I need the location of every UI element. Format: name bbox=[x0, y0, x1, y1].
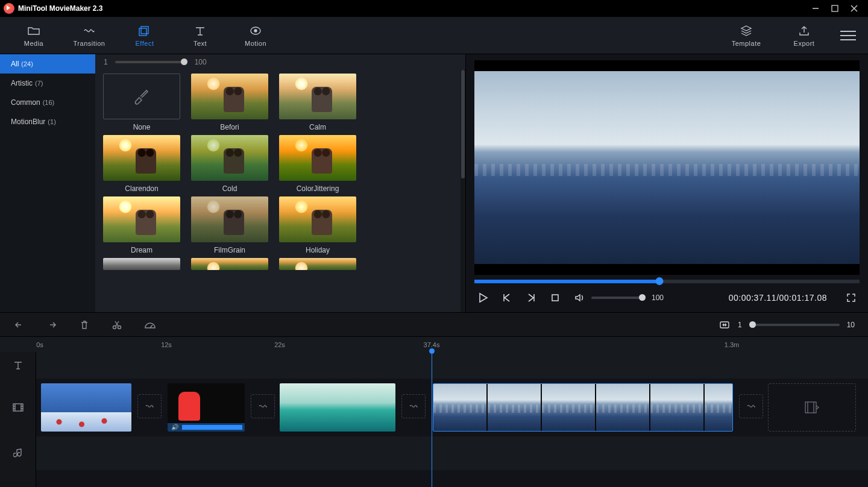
delete-button[interactable] bbox=[78, 319, 90, 331]
video-track-icon bbox=[0, 379, 36, 436]
text-track[interactable] bbox=[36, 352, 868, 379]
speaker-icon: 🔊 bbox=[171, 424, 178, 430]
video-clip-1[interactable] bbox=[41, 383, 131, 432]
effect-cold[interactable]: Cold bbox=[190, 135, 269, 193]
menu-button[interactable] bbox=[840, 31, 856, 40]
tab-transition[interactable]: Transition bbox=[68, 24, 111, 47]
audio-track-icon bbox=[0, 436, 36, 470]
fullscreen-button[interactable] bbox=[845, 292, 857, 304]
audio-track[interactable] bbox=[36, 436, 868, 470]
svg-point-10 bbox=[118, 325, 121, 328]
speed-button[interactable] bbox=[143, 319, 156, 331]
effect-row-partial[interactable] bbox=[278, 258, 357, 270]
svg-point-7 bbox=[254, 30, 257, 32]
library-scrollbar[interactable] bbox=[461, 70, 465, 312]
timeline-toolbar: 1 10 bbox=[0, 312, 868, 336]
effect-row-partial[interactable] bbox=[102, 258, 181, 270]
split-button[interactable] bbox=[111, 319, 123, 331]
redo-button[interactable] bbox=[46, 319, 58, 331]
zoom-max: 10 bbox=[847, 321, 855, 329]
svg-rect-1 bbox=[832, 5, 838, 11]
sidebar-item-artistic[interactable]: Artistic(7) bbox=[0, 74, 95, 93]
effect-none[interactable]: None bbox=[102, 74, 181, 131]
template-button[interactable]: Template bbox=[725, 24, 768, 47]
zoom-min: 1 bbox=[738, 321, 742, 329]
folder-icon bbox=[27, 24, 40, 37]
text-track-icon bbox=[0, 352, 36, 379]
effect-clarendon[interactable]: Clarendon bbox=[102, 135, 181, 193]
next-frame-button[interactable] bbox=[525, 292, 537, 304]
video-clip-4-selected[interactable] bbox=[433, 383, 733, 432]
playhead[interactable] bbox=[432, 352, 432, 487]
effect-befori[interactable]: Befori bbox=[190, 74, 269, 131]
transition-slot-1[interactable] bbox=[137, 394, 162, 418]
preview-viewport[interactable] bbox=[474, 60, 860, 275]
transition-slot-3[interactable] bbox=[401, 394, 426, 418]
thumbnail-size-slider[interactable]: 1 100 bbox=[95, 54, 465, 70]
fit-zoom-button[interactable] bbox=[719, 319, 731, 331]
timecode: 00:00:37.11/00:01:17.08 bbox=[729, 293, 827, 303]
motion-icon bbox=[249, 24, 262, 37]
video-clip-3[interactable] bbox=[280, 383, 395, 432]
transition-icon bbox=[83, 24, 96, 37]
close-button[interactable] bbox=[850, 4, 858, 13]
volume-icon[interactable] bbox=[573, 292, 585, 304]
effect-holiday[interactable]: Holiday bbox=[278, 196, 357, 254]
maximize-button[interactable] bbox=[831, 4, 839, 13]
zoom-slider[interactable] bbox=[749, 324, 840, 326]
effect-library: 1 100 None Befori Calm Clarendon Cold Co… bbox=[95, 54, 465, 312]
minimize-button[interactable] bbox=[811, 4, 820, 13]
effect-filmgrain[interactable]: FilmGrain bbox=[190, 196, 269, 254]
svg-point-9 bbox=[113, 325, 116, 328]
playback-progress[interactable] bbox=[474, 280, 860, 283]
preview-panel: 100 00:00:37.11/00:01:17.08 bbox=[465, 54, 868, 312]
sidebar-item-all[interactable]: All(24) bbox=[0, 54, 95, 74]
svg-rect-13 bbox=[805, 402, 816, 413]
video-clip-2[interactable]: 🔊 bbox=[168, 383, 245, 432]
brush-icon bbox=[103, 74, 180, 119]
tab-media[interactable]: Media bbox=[12, 24, 55, 47]
effect-calm[interactable]: Calm bbox=[278, 74, 357, 131]
svg-rect-4 bbox=[141, 27, 148, 34]
timeline: 🔊 bbox=[0, 352, 868, 487]
main-toolbar: Media Transition Effect Text Motion Temp… bbox=[0, 17, 868, 54]
category-sidebar: All(24) Artistic(7) Common(16) MotionBlu… bbox=[0, 54, 95, 312]
effect-icon bbox=[138, 24, 151, 37]
svg-rect-8 bbox=[552, 295, 558, 301]
app-logo-icon bbox=[4, 3, 14, 14]
sidebar-item-motionblur[interactable]: MotionBlur(1) bbox=[0, 112, 95, 131]
svg-rect-5 bbox=[139, 28, 146, 36]
tab-motion[interactable]: Motion bbox=[234, 24, 277, 47]
export-button[interactable]: Export bbox=[782, 24, 826, 47]
app-title: MiniTool MovieMaker 2.3 bbox=[18, 4, 102, 13]
effect-row-partial[interactable] bbox=[190, 258, 269, 270]
effect-dream[interactable]: Dream bbox=[102, 196, 181, 254]
sidebar-item-common[interactable]: Common(16) bbox=[0, 93, 95, 112]
tab-effect[interactable]: Effect bbox=[123, 24, 166, 47]
volume-value: 100 bbox=[652, 294, 664, 302]
video-track[interactable]: 🔊 bbox=[36, 379, 868, 436]
text-icon bbox=[193, 24, 207, 37]
transition-slot-4[interactable] bbox=[739, 394, 763, 418]
prev-frame-button[interactable] bbox=[501, 292, 513, 304]
drop-media-zone[interactable] bbox=[768, 383, 856, 432]
tab-text[interactable]: Text bbox=[178, 24, 222, 47]
play-button[interactable] bbox=[477, 292, 489, 304]
stop-button[interactable] bbox=[549, 292, 561, 304]
template-icon bbox=[740, 24, 753, 37]
volume-slider[interactable] bbox=[591, 297, 646, 299]
transition-slot-2[interactable] bbox=[251, 394, 275, 418]
export-icon bbox=[797, 24, 811, 37]
effect-colorjittering[interactable]: ColorJittering bbox=[278, 135, 357, 193]
title-bar: MiniTool MovieMaker 2.3 bbox=[0, 0, 868, 17]
undo-button[interactable] bbox=[13, 319, 25, 331]
